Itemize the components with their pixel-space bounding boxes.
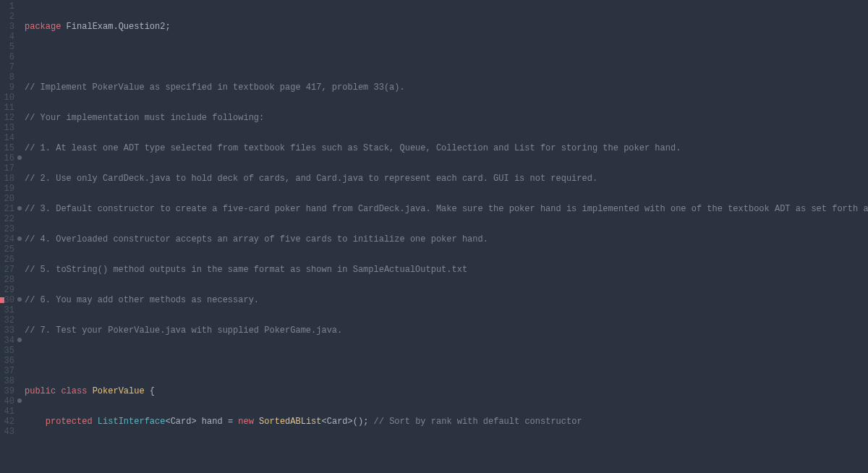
line-number: 9 [0, 82, 16, 93]
line-number: 37 [0, 366, 16, 376]
fold-marker-icon[interactable] [17, 155, 22, 160]
line-number: 17 [0, 163, 16, 174]
line-number: 20 [0, 194, 16, 204]
line-number: 4 [0, 32, 16, 42]
line-number: 41 [0, 406, 16, 417]
line-number: 31 [0, 305, 16, 315]
line-number: 10 [0, 93, 16, 103]
code-line[interactable]: // Implement PokerValue as specified in … [25, 82, 868, 93]
line-number: 33 [0, 325, 16, 336]
code-editor[interactable]: 1 2 3 4 5 6 7 8 9 10 11 12 13 14 15 16 1… [0, 0, 868, 473]
code-line[interactable]: public class PokerValue { [25, 386, 868, 396]
line-number: 40 [0, 396, 16, 406]
line-number: 15 [0, 143, 16, 153]
line-number: 36 [0, 356, 16, 366]
line-number: 18 [0, 174, 16, 184]
code-line[interactable]: package FinalExam.Question2; [25, 22, 868, 32]
code-line[interactable]: // Your implementation must include foll… [25, 113, 868, 123]
line-number: 14 [0, 133, 16, 143]
line-number: 1 [0, 1, 16, 12]
line-number: 21 [0, 204, 16, 214]
fold-marker-icon[interactable] [17, 297, 22, 302]
line-number: 16 [0, 153, 16, 163]
line-number: 24 [0, 234, 16, 244]
code-line[interactable] [25, 356, 868, 366]
line-number: 12 [0, 113, 16, 123]
line-number: 29 [0, 285, 16, 295]
line-number: 26 [0, 255, 16, 265]
code-line[interactable]: protected ListInterface<Card> hand = new… [25, 417, 868, 427]
fold-marker-icon[interactable] [17, 338, 22, 342]
code-line[interactable]: // 1. At least one ADT type selected fro… [25, 143, 868, 153]
line-number: 13 [0, 123, 16, 133]
line-number: 5 [0, 42, 16, 52]
line-number: 28 [0, 275, 16, 285]
code-line[interactable]: // 7. Test your PokerValue.java with sup… [25, 325, 868, 336]
line-number: 32 [0, 315, 16, 325]
line-number: 38 [0, 376, 16, 386]
code-line[interactable]: // 4. Overloaded constructor accepts an … [25, 234, 868, 244]
line-number: 43 [0, 427, 16, 437]
line-number: 22 [0, 214, 16, 224]
code-area[interactable]: package FinalExam.Question2; // Implemen… [19, 0, 868, 473]
line-number: 27 [0, 265, 16, 275]
code-line[interactable] [25, 52, 868, 62]
code-line[interactable]: // 3. Default constructor to create a fi… [25, 204, 868, 214]
line-number: 6 [0, 52, 16, 62]
fold-marker-icon[interactable] [17, 206, 22, 210]
line-number: 19 [0, 184, 16, 194]
fold-marker-icon[interactable] [17, 236, 22, 241]
error-marker-icon[interactable] [0, 297, 4, 303]
code-line[interactable]: // 5. toString() method outputs in the s… [25, 265, 868, 275]
line-number: 39 [0, 386, 16, 396]
line-number: 34 [0, 336, 16, 346]
line-number: 11 [0, 103, 16, 113]
line-number: 7 [0, 62, 16, 72]
line-number: 35 [0, 346, 16, 356]
line-number: 2 [0, 12, 16, 22]
line-number: 23 [0, 224, 16, 234]
code-line[interactable]: // 2. Use only CardDeck.java to hold dec… [25, 174, 868, 184]
line-number: 25 [0, 244, 16, 255]
code-line[interactable]: // 6. You may add other methods as neces… [25, 295, 868, 305]
line-number: 3 [0, 22, 16, 32]
code-line[interactable] [25, 447, 868, 457]
fold-marker-icon[interactable] [17, 399, 22, 403]
line-number: 30 [0, 295, 16, 305]
line-number: 8 [0, 72, 16, 82]
line-number: 42 [0, 417, 16, 427]
line-number-gutter: 1 2 3 4 5 6 7 8 9 10 11 12 13 14 15 16 1… [0, 0, 19, 473]
